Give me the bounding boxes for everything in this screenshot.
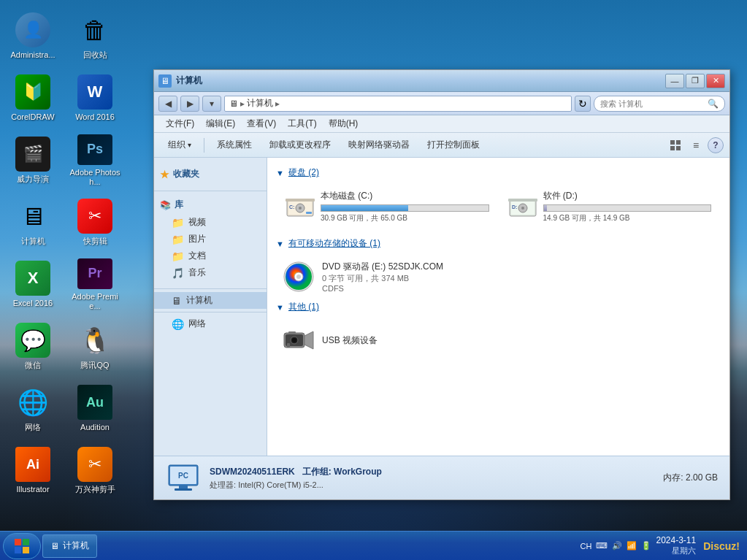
desktop-icon-illustrator[interactable]: Ai Illustrator [4,442,62,500]
status-processor: 处理器: Intel(R) Core(TM) i5-2... [210,480,654,491]
sidebar-library-label: 库 [175,199,183,211]
menu-edit[interactable]: 编辑(E) [200,116,241,131]
svg-point-20 [296,275,301,279]
svg-text:PC: PC [178,472,188,480]
removable-title[interactable]: 有可移动存储的设备 (1) [288,237,380,250]
dvd-device-item[interactable]: DVD 驱动器 (E:) 52SDJK.COM 0 字节 可用，共 374 MB… [276,256,721,298]
usb-camera-icon [283,324,315,356]
desktop-icon-kujian[interactable]: ✂ 快剪辑 [66,193,124,252]
taskbar-network-icon[interactable]: 📶 [627,541,637,551]
video-folder-icon: 📁 [172,217,184,229]
maximize-button[interactable]: ❐ [686,74,705,88]
toolbar-separator-1 [204,138,204,153]
removable-header: ▼ 有可移动存储的设备 (1) [276,237,721,250]
dvd-icon [283,261,315,293]
desktop-icon-premiere[interactable]: Pr Adobe Premie... [66,256,124,314]
desktop-icon-computer[interactable]: 🖥 计算机 [4,193,62,252]
address-path[interactable]: 🖥 ▸ 计算机 ▸ [224,96,572,112]
organize-button[interactable]: 组织 [160,136,199,154]
back-button[interactable]: ◀ [158,96,177,112]
drive-d-item[interactable]: D: 软件 (D:) 14.9 GB 可用，共 14.9 GB [502,185,719,229]
menu-file[interactable]: 文件(F) [160,116,200,131]
close-button[interactable]: ✕ [706,74,725,88]
sidebar-item-music[interactable]: 🎵 音乐 [154,264,267,281]
taskbar-battery-icon[interactable]: 🔋 [641,541,651,551]
start-button[interactable] [3,533,41,559]
search-input[interactable] [600,99,705,108]
svg-rect-36 [23,547,29,553]
taskbar-window-label: 计算机 [63,540,89,552]
dropdown-button[interactable]: ▾ [202,96,221,112]
uninstall-button[interactable]: 卸载或更改程序 [261,136,339,154]
sidebar-favorites-label: 收藏夹 [173,168,199,180]
desktop: 👤 Administra... 🔰 CorelDRAW 🎬 威力导演 🖥 计算机… [0,0,150,526]
view-details-button[interactable]: ≡ [687,137,705,154]
taskbar-sound-icon[interactable]: 🔊 [612,541,622,551]
drive-c-item[interactable]: C: 本地磁盘 (C:) 30.9 GB 可用，共 65.0 GB [279,185,496,229]
refresh-button[interactable]: ↻ [575,96,591,112]
desktop-icon-photoshop[interactable]: Ps Adobe Photosh... [66,131,124,190]
desktop-icon-weili[interactable]: 🎬 威力导演 [4,131,62,190]
sidebar-item-documents[interactable]: 📁 文档 [154,248,267,264]
taskbar-keyboard-icon: ⌨ [596,541,608,551]
clock-date: 2024-3-11 [656,535,696,545]
sidebar-library-header[interactable]: 📚 库 [154,196,267,214]
minimize-button[interactable]: — [665,74,684,88]
desktop-icon-recycle[interactable]: 🗑 回收站 [66,7,124,66]
drive-c-name: 本地磁盘 (C:) [321,190,489,202]
hard-drives-header: ▼ 硬盘 (2) [276,166,721,179]
taskbar-explorer-button[interactable]: 🖥 计算机 [42,534,97,558]
premiere-label: Adobe Premie... [69,292,121,311]
desktop-icon-administrator[interactable]: 👤 Administra... [4,7,62,66]
help-button[interactable]: ? [708,137,724,153]
properties-button[interactable]: 系统属性 [209,136,260,154]
svg-rect-30 [179,486,188,488]
audition-label: Audition [80,423,110,432]
view-change-button[interactable] [667,137,684,154]
recycle-icon: 🗑 [77,12,112,47]
sidebar-item-computer[interactable]: 🖥 计算机 [154,292,267,309]
sidebar-item-video[interactable]: 📁 视频 [154,214,267,231]
sidebar-item-pictures[interactable]: 📁 图片 [154,231,267,248]
sidebar-favorites-header[interactable]: ★ 收藏夹 [154,165,267,183]
desktop-icon-excel[interactable]: X Excel 2016 [4,256,62,314]
recycle-label: 回收站 [83,50,107,60]
documents-folder-icon: 📁 [172,250,184,262]
sidebar-item-network[interactable]: 🌐 网络 [154,315,267,332]
audition-icon: Au [77,385,112,420]
computer-sidebar-icon: 🖥 [172,295,182,307]
menu-view[interactable]: 查看(V) [241,116,282,131]
desktop-icon-word[interactable]: W Word 2016 [66,69,124,128]
tencent-icon: 🐧 [77,323,112,358]
content-area: ▼ 硬盘 (2) C: 本地磁盘 (C:) [267,158,729,456]
forward-button[interactable]: ▶ [180,96,199,112]
main-content: ★ 收藏夹 📚 库 📁 视频 📁 图片 📁 [154,158,729,456]
desktop-icon-network[interactable]: 🌐 网络 [4,380,62,438]
sidebar-item-documents-label: 文档 [188,250,206,262]
desktop-icon-tencent[interactable]: 🐧 腾讯QQ [66,318,124,376]
desktop-icon-audition[interactable]: Au Audition [66,380,124,438]
other-title[interactable]: 其他 (1) [288,301,319,313]
svg-rect-3 [676,146,681,150]
sidebar-divider-2 [154,288,267,289]
desktop-icon-coreldraw[interactable]: 🔰 CorelDRAW [4,69,62,128]
map-drive-button[interactable]: 映射网络驱动器 [340,136,418,154]
svg-rect-2 [670,146,675,150]
address-bar: ◀ ▶ ▾ 🖥 ▸ 计算机 ▸ ↻ 🔍 [154,92,729,115]
search-box: 🔍 [594,96,725,112]
control-panel-button[interactable]: 打开控制面板 [419,136,488,154]
taskbar-brand: Discuz! [703,540,740,552]
hard-drives-title[interactable]: 硬盘 (2) [288,166,319,179]
svg-marker-25 [304,331,313,349]
network-icon: 🌐 [15,385,50,420]
usb-device-item[interactable]: USB 视频设备 [276,319,721,361]
desktop-icon-wechat[interactable]: 💬 微信 [4,318,62,376]
desktop-icon-wanxing[interactable]: ✂ 万兴神剪手 [66,442,124,500]
explorer-window: 🖥 计算机 — ❐ ✕ ◀ ▶ ▾ 🖥 ▸ 计算机 ▸ ↻ 🔍 文件(F) 编辑… [153,69,730,500]
weili-label: 威力导演 [17,174,49,184]
dvd-space: 0 字节 可用，共 374 MB [322,273,714,284]
menu-help[interactable]: 帮助(H) [323,116,364,131]
tencent-label: 腾讯QQ [80,361,109,370]
drive-d-name: 软件 (D:) [543,190,712,202]
menu-tools[interactable]: 工具(T) [282,116,322,131]
